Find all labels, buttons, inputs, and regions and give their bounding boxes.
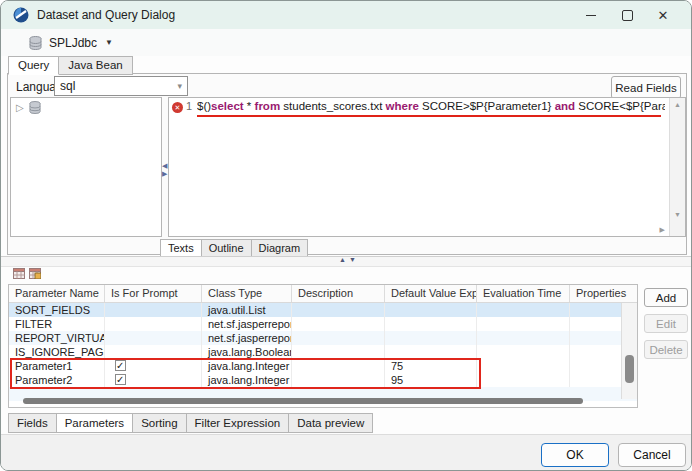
column-header[interactable]: Is For Prompt — [105, 285, 202, 302]
cancel-button[interactable]: Cancel — [618, 443, 686, 467]
tree-root-item[interactable]: ▷ — [16, 101, 161, 114]
window-title: Dataset and Query Dialog — [37, 8, 175, 22]
scrollbar-thumb[interactable] — [23, 398, 583, 404]
param-name-cell: IS_IGNORE_PAGI... — [9, 345, 105, 359]
scroll-down-icon[interactable]: ▼ — [674, 211, 681, 218]
title-bar: Dataset and Query Dialog ✕ — [1, 1, 691, 29]
scroll-right-icon[interactable]: ▶ — [660, 226, 665, 234]
table-row[interactable]: Parameter2 java.lang.Integer 95 — [9, 373, 637, 387]
table-row[interactable]: IS_IGNORE_PAGI... java.lang.Boolean — [9, 345, 637, 359]
line-number: 1 — [186, 100, 192, 112]
scroll-up-icon[interactable]: ▲ — [674, 101, 681, 108]
tree-expand-chevron[interactable]: ▷ — [16, 102, 24, 113]
table-row[interactable]: SORT_FIELDS java.util.List — [9, 303, 637, 317]
collapse-up-icon[interactable]: ▲ — [339, 256, 349, 263]
table-settings-icon[interactable] — [29, 268, 41, 279]
table-row[interactable]: REPORT_VIRTUA... net.sf.jasperrepor... — [9, 331, 637, 345]
table-row[interactable]: Parameter1 java.lang.Integer 75 — [9, 359, 637, 373]
tab-texts[interactable]: Texts — [160, 239, 202, 257]
sql-segment: $() — [197, 100, 211, 112]
tab-java-bean[interactable]: Java Bean — [59, 56, 132, 75]
delete-button[interactable]: Delete — [644, 340, 688, 359]
column-header[interactable]: Parameter Name — [9, 285, 105, 302]
class-type-cell: net.sf.jasperrepor... — [202, 317, 292, 331]
database-icon — [29, 36, 42, 50]
prompt-checkbox[interactable] — [115, 374, 126, 385]
edit-button[interactable]: Edit — [644, 314, 688, 333]
param-name-cell: FILTER — [9, 317, 105, 331]
sql-query-text: $()select * from students_scores.txt whe… — [197, 100, 665, 112]
read-fields-button[interactable]: Read Fields — [611, 76, 681, 99]
sql-segment: and — [555, 100, 575, 112]
language-select[interactable]: sql ▾ — [54, 76, 188, 96]
dataset-name[interactable]: SPLJdbc — [49, 36, 97, 50]
tab-fields[interactable]: Fields — [8, 413, 57, 433]
column-header[interactable]: Class Type — [202, 285, 292, 302]
chevron-down-icon[interactable]: ▼ — [105, 38, 113, 47]
tab-parameters[interactable]: Parameters — [57, 413, 133, 433]
tab-diagram[interactable]: Diagram — [252, 239, 309, 257]
sql-editor[interactable]: ✕ 1 $()select * from students_scores.txt… — [168, 97, 686, 237]
description-cell — [292, 331, 385, 345]
add-button[interactable]: Add — [644, 288, 688, 307]
sql-segment: where — [386, 100, 419, 112]
tab-sorting[interactable]: Sorting — [133, 413, 186, 433]
close-icon: ✕ — [658, 8, 669, 23]
datasource-tree[interactable]: ▷ — [10, 97, 162, 237]
column-header[interactable]: Evaluation Time — [477, 285, 570, 302]
column-header[interactable]: Properties — [570, 285, 637, 302]
tab-query[interactable]: Query — [8, 56, 59, 75]
table-header: Parameter Name Is For Prompt Class Type … — [9, 285, 637, 303]
maximize-button[interactable] — [613, 5, 641, 25]
description-cell — [292, 317, 385, 331]
editor-vertical-scrollbar[interactable]: ▲ ▼ — [669, 98, 685, 236]
default-value-cell: 95 — [385, 373, 477, 387]
chevron-down-icon: ▾ — [177, 81, 182, 91]
minimize-button[interactable] — [577, 5, 605, 25]
class-type-cell: java.lang.Integer — [202, 373, 292, 387]
table-icon[interactable] — [13, 268, 25, 279]
prompt-cell — [105, 345, 202, 359]
column-header[interactable]: Default Value Expr... — [385, 285, 477, 302]
dataset-toolbar: SPLJdbc ▼ — [1, 29, 691, 56]
class-type-cell: net.sf.jasperrepor... — [202, 331, 292, 345]
evaluation-time-cell — [477, 331, 570, 345]
sql-segment: SCORE<$P{Parameter2} — [575, 100, 665, 112]
minimize-icon — [586, 15, 596, 16]
default-value-cell — [385, 345, 477, 359]
ok-button[interactable]: OK — [541, 443, 609, 467]
table-row[interactable]: FILTER net.sf.jasperrepor... — [9, 317, 637, 331]
prompt-cell — [105, 373, 202, 387]
description-cell — [292, 373, 385, 387]
horizontal-splitter[interactable]: ▲▼ — [1, 256, 691, 267]
prompt-checkbox[interactable] — [115, 360, 126, 371]
sql-segment: SCORE>$P{Parameter1} — [419, 100, 555, 112]
language-value: sql — [60, 79, 75, 93]
tab-outline[interactable]: Outline — [202, 239, 252, 257]
tab-filter-expression[interactable]: Filter Expression — [187, 413, 290, 433]
scrollbar-thumb[interactable] — [625, 355, 634, 383]
column-header[interactable]: Description — [292, 285, 385, 302]
class-type-cell: java.lang.Boolean — [202, 345, 292, 359]
description-cell — [292, 345, 385, 359]
prompt-cell — [105, 331, 202, 345]
sql-segment: from — [255, 100, 281, 112]
evaluation-time-cell — [477, 345, 570, 359]
evaluation-time-cell — [477, 359, 570, 373]
sql-segment: students_scores.txt — [280, 100, 385, 112]
table-vertical-scrollbar[interactable] — [621, 303, 637, 399]
prompt-cell — [105, 317, 202, 331]
query-tab-bar: Query Java Bean — [8, 56, 133, 74]
default-value-cell — [385, 317, 477, 331]
collapse-down-icon[interactable]: ▼ — [349, 256, 359, 263]
close-button[interactable]: ✕ — [649, 5, 677, 25]
error-marker-icon: ✕ — [172, 102, 183, 113]
dialog-footer: OK Cancel — [1, 434, 691, 471]
evaluation-time-cell — [477, 317, 570, 331]
default-value-cell: 75 — [385, 359, 477, 373]
table-toolbar — [13, 268, 41, 279]
tab-data-preview[interactable]: Data preview — [289, 413, 373, 433]
table-horizontal-scrollbar[interactable] — [9, 397, 621, 405]
sql-segment: select — [211, 100, 244, 112]
param-name-cell: Parameter1 — [9, 359, 105, 373]
